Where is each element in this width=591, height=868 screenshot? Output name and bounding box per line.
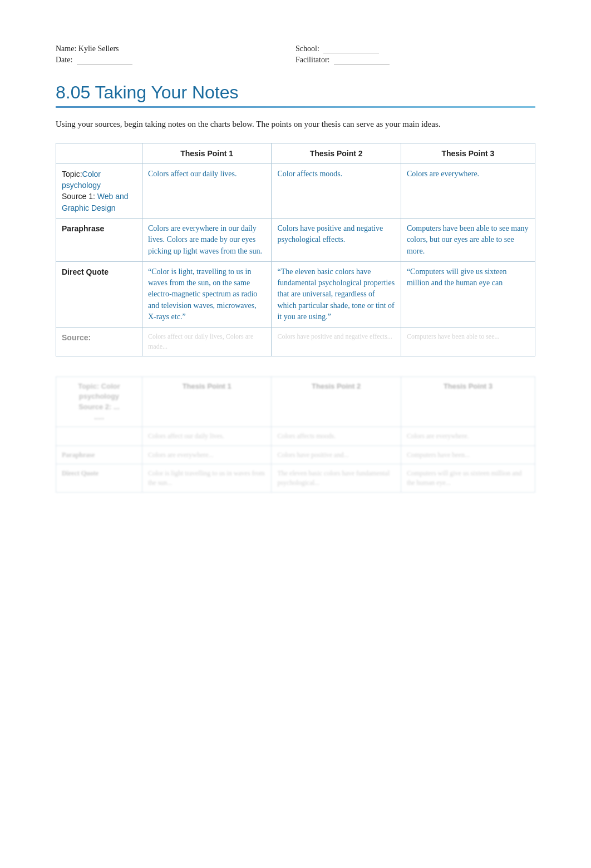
topic-source-row: Topic:Color psychologySource 1: Web and …: [56, 163, 535, 218]
header-left: Name: Kylie Sellers Date:: [56, 44, 296, 67]
notes-table-1: Thesis Point 1 Thesis Point 2 Thesis Poi…: [56, 143, 535, 357]
date-line: Date:: [56, 56, 296, 65]
source-row: Source: Colors affect our daily lives, C…: [56, 328, 535, 356]
school-line: School:: [296, 44, 535, 53]
title-underline: [56, 106, 535, 108]
blurred-source-tp3: Colors are everywhere.: [401, 426, 535, 445]
source-row-tp1: Colors affect our daily lives, Colors ar…: [142, 328, 271, 356]
school-blank: [323, 53, 379, 53]
paraphrase-tp2: Colors have positive and negative psycho…: [272, 218, 401, 261]
blurred-paraphrase-tp1: Colors are everywhere...: [142, 445, 271, 464]
quote-tp1: “Color is light, travelling to us in wav…: [142, 261, 271, 327]
blurred-paraphrase-tp2: Colors have positive and...: [272, 445, 401, 464]
source1-tp3: Colors are everywhere.: [401, 163, 535, 218]
blurred-quote-label: Direct Quote: [56, 464, 142, 493]
header-right: School: Facilitator:: [296, 44, 535, 67]
blurred-quote-tp2: The eleven basic colors have fundamental…: [272, 464, 401, 493]
source-label: Source 1:: [62, 192, 95, 201]
blurred-col-0: Topic: ColorpsychologySource 2: ........: [56, 377, 142, 427]
paraphrase-label-cell: Paraphrase: [56, 218, 142, 261]
blurred-source-label: [56, 426, 142, 445]
paraphrase-label: Paraphrase: [62, 224, 104, 233]
header-info: Name: Kylie Sellers Date: School: Facili…: [56, 44, 535, 67]
facilitator-label: Facilitator:: [296, 56, 329, 64]
blurred-source-tp2: Colors affects moods.: [272, 426, 401, 445]
paraphrase-tp1: Colors are everywhere in our daily lives…: [142, 218, 271, 261]
source-row-label: Source:: [62, 333, 91, 342]
blurred-header-row: Topic: ColorpsychologySource 2: ........…: [56, 377, 535, 427]
blurred-source-row: Colors affect our daily lives. Colors af…: [56, 426, 535, 445]
topic-source-cell: Topic:Color psychologySource 1: Web and …: [56, 163, 142, 218]
notes-table-2: Topic: ColorpsychologySource 2: ........…: [56, 376, 535, 493]
quote-tp3: “Computers will give us sixteen million …: [401, 261, 535, 327]
source-row-label-cell: Source:: [56, 328, 142, 356]
quote-label-cell: Direct Quote: [56, 261, 142, 327]
topic-label: Topic:: [62, 170, 82, 178]
blurred-section: Topic: ColorpsychologySource 2: ........…: [56, 376, 535, 493]
blurred-col-2: Thesis Point 2: [272, 377, 401, 427]
name-value: Kylie Sellers: [78, 44, 119, 53]
page-title: 8.05 Taking Your Notes: [56, 82, 535, 103]
col-header-0: [56, 143, 142, 163]
facilitator-line: Facilitator:: [296, 56, 535, 65]
blurred-col-3: Thesis Point 3: [401, 377, 535, 427]
blurred-paraphrase-row: Paraphrase Colors are everywhere... Colo…: [56, 445, 535, 464]
blurred-source-tp1: Colors affect our daily lives.: [142, 426, 271, 445]
source-row-tp3: Computers have been able to see...: [401, 328, 535, 356]
blurred-quote-row: Direct Quote Color is light travelling t…: [56, 464, 535, 493]
blurred-col-1: Thesis Point 1: [142, 377, 271, 427]
source-row-tp2: Colors have positive and negative effect…: [272, 328, 401, 356]
date-label: Date:: [56, 56, 72, 64]
col-header-3: Thesis Point 3: [401, 143, 535, 163]
quote-row: Direct Quote “Color is light, travelling…: [56, 261, 535, 327]
paraphrase-tp3: Computers have been able to see many col…: [401, 218, 535, 261]
col-header-2: Thesis Point 2: [272, 143, 401, 163]
blurred-quote-tp1: Color is light travelling to us in waves…: [142, 464, 271, 493]
blurred-paraphrase-tp3: Computers have been...: [401, 445, 535, 464]
facilitator-blank: [334, 64, 390, 65]
col-header-1: Thesis Point 1: [142, 143, 271, 163]
source1-tp2: Color affects moods.: [272, 163, 401, 218]
paraphrase-row: Paraphrase Colors are everywhere in our …: [56, 218, 535, 261]
school-label: School:: [296, 44, 319, 53]
quote-label: Direct Quote: [62, 267, 109, 276]
intro-text: Using your sources, begin taking notes o…: [56, 118, 535, 131]
blurred-quote-tp3: Computers will give us sixteen million a…: [401, 464, 535, 493]
table-header-row: Thesis Point 1 Thesis Point 2 Thesis Poi…: [56, 143, 535, 163]
quote-tp2: “The eleven basic colors have fundamenta…: [272, 261, 401, 327]
blurred-paraphrase-label: Paraphrase: [56, 445, 142, 464]
name-line: Name: Kylie Sellers: [56, 44, 296, 53]
name-label: Name:: [56, 44, 76, 53]
date-blank: [77, 64, 132, 65]
page: Name: Kylie Sellers Date: School: Facili…: [0, 0, 591, 868]
source1-tp1: Colors affect our daily lives.: [142, 163, 271, 218]
